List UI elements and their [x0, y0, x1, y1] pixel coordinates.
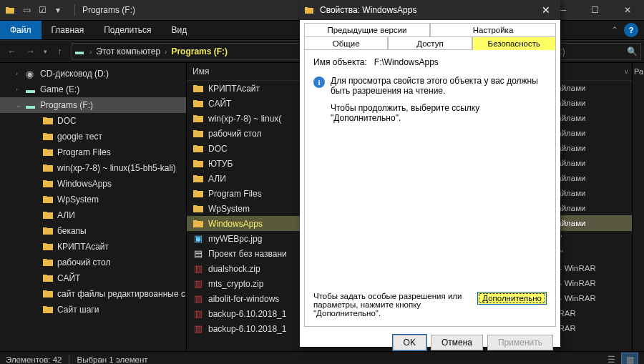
tree-item-label: Game (E:)	[40, 84, 79, 94]
close-button[interactable]: ✕	[611, 0, 644, 20]
column-name[interactable]: Имя	[192, 67, 209, 77]
tab-previous-versions[interactable]: Предыдущие версии	[304, 23, 430, 36]
tree-item[interactable]: google тест	[0, 129, 186, 144]
folder-icon	[192, 220, 204, 228]
ribbon-tab-home[interactable]: Главная	[42, 21, 94, 39]
nav-back-button[interactable]: ←	[3, 42, 21, 61]
tree-item-label: АЛИ	[57, 210, 75, 220]
tree-item-label: CD-дисковод (D:)	[40, 69, 109, 79]
tree-item[interactable]: бекапы	[0, 223, 186, 239]
folder-icon	[43, 195, 54, 204]
help-icon[interactable]: ?	[624, 23, 638, 37]
file-name: ЮТУБ	[208, 159, 233, 169]
tree-item[interactable]: win(xp-7-8) ~ linux(15-bh5-kali)	[0, 160, 186, 176]
dialog-close-button[interactable]: ✕	[532, 4, 560, 16]
img-icon: ▣	[192, 233, 204, 244]
tree-item[interactable]: КРИПТАсайт	[0, 239, 186, 255]
tree-item-label: Programs (F:)	[40, 100, 93, 110]
zip-icon: ▥	[192, 308, 204, 319]
tree-item[interactable]: ⌄▬Programs (F:)	[0, 97, 186, 113]
tree-item-label: DOC	[57, 116, 77, 126]
chevron-right-icon[interactable]: ›	[162, 48, 170, 56]
folder-icon	[43, 148, 54, 157]
maximize-button[interactable]: ☐	[578, 0, 611, 20]
nav-up-button[interactable]: ↑	[50, 42, 69, 61]
nav-history-dropdown[interactable]: ▾	[40, 42, 50, 61]
file-name: WindowsApps	[208, 219, 263, 229]
folder-icon	[192, 114, 204, 123]
object-name-label: Имя объекта:	[313, 57, 367, 67]
tree-item[interactable]: ›◉CD-дисковод (D:)	[0, 66, 186, 82]
tree-item-label: рабочий стол	[57, 257, 110, 267]
properties-dialog: Свойства: WindowsApps ✕ Предыдущие верси…	[300, 0, 560, 347]
ribbon-tab-view[interactable]: Вид	[161, 21, 197, 39]
zip-icon: ▥	[192, 278, 204, 289]
folder-icon	[192, 129, 204, 138]
details-pane: Ра	[632, 63, 644, 351]
file-name: win(xp-7-8) ~ linux(	[208, 114, 281, 124]
tree-item[interactable]: АЛИ	[0, 207, 186, 223]
zip-icon: ▥	[192, 293, 204, 304]
tree-item[interactable]: рабочий стол	[0, 255, 186, 270]
qat-properties-icon[interactable]: ▭	[20, 5, 33, 15]
file-name: Program Files	[208, 189, 262, 199]
tree-item[interactable]: WindowsApps	[0, 176, 186, 192]
nav-forward-button[interactable]: →	[21, 42, 40, 61]
ribbon-expand-icon[interactable]: ⌃	[605, 21, 624, 39]
tab-security[interactable]: Безопасность	[472, 36, 556, 50]
chevron-icon[interactable]: ›	[16, 86, 24, 93]
file-name: myWEBpc.jpg	[208, 234, 262, 244]
cancel-button[interactable]: Отмена	[431, 335, 483, 350]
file-name: DOC	[208, 144, 228, 154]
tree-item-label: google тест	[57, 132, 102, 142]
file-name: backup-6.10.2018_1	[208, 324, 286, 334]
tree-item[interactable]: Сайт шаги	[0, 302, 186, 318]
txt-icon: ▤	[192, 248, 204, 259]
status-item-count: Элементов: 42	[6, 355, 62, 364]
tab-sharing[interactable]: Доступ	[388, 36, 472, 50]
quick-access-toolbar: ▭ ☑ ▾	[20, 5, 64, 15]
folder-icon	[192, 174, 204, 183]
tree-item[interactable]: DOC	[0, 113, 186, 129]
qat-newfolder-icon[interactable]: ☑	[36, 5, 49, 15]
apply-button[interactable]: Применить	[487, 335, 553, 350]
tree-item-label: win(xp-7-8) ~ linux(15-bh5-kali)	[57, 163, 176, 173]
view-icons-button[interactable]: ▦	[621, 353, 638, 364]
dialog-titlebar[interactable]: Свойства: WindowsApps ✕	[300, 0, 560, 20]
chevron-icon[interactable]: ›	[16, 70, 24, 77]
ribbon-tab-share[interactable]: Поделиться	[94, 21, 161, 39]
folder-icon	[43, 242, 54, 251]
qat-dropdown-icon[interactable]: ▾	[52, 5, 64, 15]
drive-icon: ▬	[26, 100, 37, 111]
divider	[74, 4, 75, 16]
chevron-icon[interactable]: ⌄	[16, 102, 24, 109]
ribbon-file-tab[interactable]: Файл	[0, 21, 42, 39]
tab-general[interactable]: Общие	[304, 36, 388, 50]
nav-tree[interactable]: ›◉CD-дисковод (D:)›▬Game (E:)⌄▬Programs …	[0, 63, 187, 351]
tree-item[interactable]: САЙТ	[0, 270, 186, 286]
tree-item-label: WpSystem	[57, 195, 99, 205]
sort-desc-icon[interactable]: ∨	[624, 68, 632, 75]
dialog-tabs: Предыдущие версии Настройка Общие Доступ…	[300, 20, 560, 50]
view-details-button[interactable]: ☰	[602, 353, 620, 364]
tab-customize[interactable]: Настройка	[430, 23, 556, 36]
ok-button[interactable]: OK	[393, 335, 426, 350]
folder-icon	[43, 164, 54, 172]
chevron-right-icon[interactable]: ›	[87, 48, 94, 56]
tree-item[interactable]: WpSystem	[0, 192, 186, 207]
tree-item-label: WindowsApps	[57, 179, 112, 189]
tree-item[interactable]: сайт файлы редактирвоанные с	[0, 286, 186, 302]
breadcrumb-segment[interactable]: Этот компьютер	[94, 46, 162, 56]
tree-item-label: сайт файлы редактирвоанные с	[57, 289, 185, 299]
folder-icon	[304, 5, 316, 15]
tree-item[interactable]: Program Files	[0, 144, 186, 160]
dialog-buttons: OK Отмена Применить	[300, 331, 560, 354]
file-name: aibolit-for-windows	[208, 294, 279, 304]
breadcrumb-segment-current[interactable]: Programs (F:)	[170, 46, 229, 56]
folder-icon	[192, 190, 204, 198]
file-name: dualshock.zip	[208, 264, 260, 274]
advanced-button[interactable]: Дополнительно	[477, 292, 547, 305]
folder-icon	[192, 144, 204, 153]
tree-item[interactable]: ›▬Game (E:)	[0, 82, 186, 97]
object-name-value: F:\WindowsApps	[374, 57, 439, 67]
